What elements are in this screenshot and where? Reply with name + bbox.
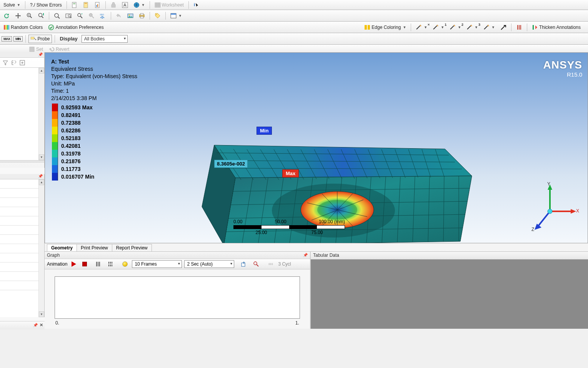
details-row[interactable] <box>0 263 44 272</box>
show-errors-button[interactable]: ?./ Show Errors <box>28 1 64 9</box>
play-button[interactable] <box>70 260 78 268</box>
pin-icon[interactable]: 📌 <box>303 253 308 257</box>
details-row[interactable] <box>0 207 44 216</box>
scale-tick: 0.00 <box>233 219 242 224</box>
scroll-down-icon[interactable]: ▼ <box>39 154 44 160</box>
iso-view-button[interactable]: ISO <box>98 12 108 20</box>
bottom-panels: Graph 📌 Animation 10 Frames 2 Sec (Auto)… <box>45 252 588 329</box>
graph-panel-title: Graph 📌 <box>45 252 310 259</box>
print-button[interactable] <box>137 12 147 20</box>
pin-icon[interactable]: 📌 <box>33 323 38 327</box>
svg-point-21 <box>89 13 92 17</box>
tab-print-preview[interactable]: Print Preview <box>77 244 112 251</box>
arrow-tool-button[interactable] <box>498 23 508 32</box>
annotation-prefs-button[interactable]: Annotation Preferences <box>46 23 105 32</box>
zoom-window-button[interactable] <box>63 12 73 20</box>
details-row[interactable] <box>0 179 44 189</box>
minlabel-toggle[interactable]: MIN <box>13 36 23 42</box>
lightbulb-button[interactable] <box>120 260 130 268</box>
legend-value: 0.52183 <box>58 135 81 141</box>
zoom-button[interactable] <box>52 12 62 20</box>
probe-button[interactable]: Probe <box>28 35 52 43</box>
orientation-triad[interactable]: Y X Z <box>531 181 577 231</box>
prev-view-button[interactable] <box>114 12 124 20</box>
tool-icon-5[interactable]: A <box>120 1 130 9</box>
svg-text:ISO: ISO <box>100 13 104 16</box>
frames-combo[interactable]: 10 Frames <box>132 260 182 268</box>
details-row[interactable] <box>0 226 44 235</box>
image-button[interactable] <box>125 12 135 20</box>
worksheet-label: Worksheet <box>162 2 184 8</box>
details-scrollbar[interactable]: ▲ ▼ <box>38 179 44 317</box>
outline-toolbar <box>0 58 44 68</box>
tool-icon-3[interactable] <box>93 1 103 9</box>
distribute-a-button[interactable] <box>93 260 103 268</box>
tag-button[interactable] <box>153 12 163 20</box>
graph-axis-0: 0. <box>55 320 59 326</box>
svg-rect-33 <box>7 25 8 30</box>
solve-button[interactable]: Solve ▼ <box>2 1 22 9</box>
edge-style-2-button[interactable]: 2▼ <box>448 23 463 32</box>
outline-scrollbar[interactable]: ▲ ▼ <box>38 68 44 160</box>
legend-row: 0.42081 <box>52 142 94 150</box>
graph-axis-1: 1. <box>295 320 299 326</box>
time-combo[interactable]: 2 Sec (Auto) <box>184 260 234 268</box>
details-row[interactable] <box>0 253 44 263</box>
zoom-extents-button[interactable] <box>75 12 85 20</box>
details-row[interactable] <box>0 281 44 290</box>
vert-guides-button[interactable] <box>514 23 524 32</box>
graph-chart-box[interactable] <box>55 276 300 319</box>
timeline-button[interactable] <box>266 260 276 268</box>
pin-icon[interactable]: 📌 <box>38 52 43 57</box>
tool-icon-2[interactable] <box>81 1 91 9</box>
tool-icon-1[interactable] <box>70 1 80 9</box>
lightbulb-icon <box>122 261 128 267</box>
random-colors-button[interactable]: Random Colors <box>2 23 45 32</box>
maxlabel-toggle[interactable]: MAX <box>2 36 12 42</box>
zoom-in-button[interactable] <box>25 12 35 20</box>
details-row[interactable] <box>0 189 44 198</box>
revert-icon <box>48 46 55 52</box>
legend-row: 0.52183 <box>52 134 94 142</box>
details-row[interactable] <box>0 216 44 226</box>
details-row[interactable] <box>0 198 44 207</box>
zoom-anim-button[interactable] <box>251 260 261 268</box>
scroll-up-icon[interactable]: ▲ <box>39 68 44 74</box>
tool-icon-6[interactable]: ▼ <box>132 1 147 9</box>
zoom-fit-button[interactable] <box>36 12 46 20</box>
edge-style-x-button[interactable]: ×▼ <box>414 23 429 32</box>
edge-coloring-label: Edge Coloring <box>371 25 401 30</box>
close-icon[interactable]: ✕ <box>40 323 43 328</box>
set-label: Set <box>36 47 43 52</box>
zoom-gray-button[interactable] <box>87 12 97 20</box>
details-row[interactable] <box>0 235 44 244</box>
scroll-down-icon[interactable]: ▼ <box>39 311 44 317</box>
pan-button[interactable] <box>13 12 23 20</box>
tab-geometry[interactable]: Geometry <box>47 244 77 251</box>
scroll-up-icon[interactable]: ▲ <box>39 179 44 185</box>
thicken-annotations-button[interactable]: Thicken Annotations <box>530 23 583 32</box>
window-layout-button[interactable]: ▼ <box>168 12 184 20</box>
worksheet-button[interactable]: Worksheet <box>153 1 186 9</box>
details-row[interactable] <box>0 272 44 281</box>
distribute-b-button[interactable] <box>106 260 116 268</box>
info-cursor-button[interactable]: i <box>192 1 202 9</box>
refresh-button[interactable] <box>2 12 12 20</box>
stop-button[interactable] <box>80 261 89 268</box>
tool-icon-4[interactable] <box>108 1 118 9</box>
pin-icon[interactable]: 📌 <box>38 174 43 178</box>
edge-style-4-button[interactable]: ▼ <box>481 23 497 32</box>
edge-style-1-button[interactable]: 1▼ <box>431 23 446 32</box>
svg-rect-2 <box>73 4 75 4</box>
tab-report-preview[interactable]: Report Preview <box>112 244 152 251</box>
export-anim-button[interactable] <box>239 260 249 268</box>
details-row[interactable] <box>0 244 44 253</box>
edge-style-3-button[interactable]: 3▼ <box>465 23 480 32</box>
bodies-combo[interactable]: All Bodies <box>82 35 128 43</box>
graphics-viewport[interactable]: A: Test Equivalent Stress Type: Equivale… <box>45 52 588 243</box>
scale-tick: 25.00 <box>255 230 267 235</box>
filter-icon[interactable] <box>2 60 8 66</box>
tree-outline-icon[interactable] <box>11 60 17 66</box>
expand-icon[interactable] <box>19 60 25 66</box>
edge-coloring-button[interactable]: Edge Coloring ▼ <box>362 23 408 32</box>
